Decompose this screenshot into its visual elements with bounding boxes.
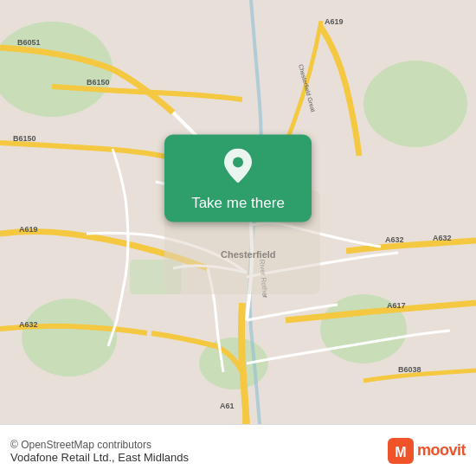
button-label: Take me there xyxy=(191,194,285,211)
svg-text:B6150: B6150 xyxy=(87,78,110,87)
location-pin-icon xyxy=(222,148,254,185)
svg-text:B6150: B6150 xyxy=(13,134,36,143)
svg-point-2 xyxy=(363,61,467,147)
region-name: East Midlands xyxy=(118,451,189,464)
svg-text:B6051: B6051 xyxy=(17,38,41,47)
take-me-there-button[interactable]: Take me there xyxy=(164,134,312,222)
svg-text:A61: A61 xyxy=(220,402,235,410)
svg-text:A632: A632 xyxy=(433,234,452,242)
svg-text:A632: A632 xyxy=(385,235,404,244)
svg-text:A619: A619 xyxy=(325,17,344,26)
svg-point-22 xyxy=(233,157,243,167)
location-name: Vodafone Retail Ltd., xyxy=(10,451,115,464)
moovit-text-label: moovit xyxy=(417,441,466,460)
svg-text:B6038: B6038 xyxy=(398,365,421,374)
svg-text:A632: A632 xyxy=(19,320,38,329)
svg-point-4 xyxy=(22,299,117,376)
footer: © OpenStreetMap contributors Vodafone Re… xyxy=(0,424,476,476)
map-area: B6051 B6150 B6150 A619 A632 A619 A632 A6… xyxy=(0,0,476,424)
moovit-icon: M xyxy=(388,438,414,464)
svg-text:M: M xyxy=(395,445,406,460)
footer-text: © OpenStreetMap contributors Vodafone Re… xyxy=(10,438,388,464)
moovit-logo: M moovit xyxy=(388,438,466,464)
svg-text:A619: A619 xyxy=(19,225,38,234)
svg-text:A617: A617 xyxy=(387,301,406,310)
copyright-text: © OpenStreetMap contributors xyxy=(10,439,151,451)
